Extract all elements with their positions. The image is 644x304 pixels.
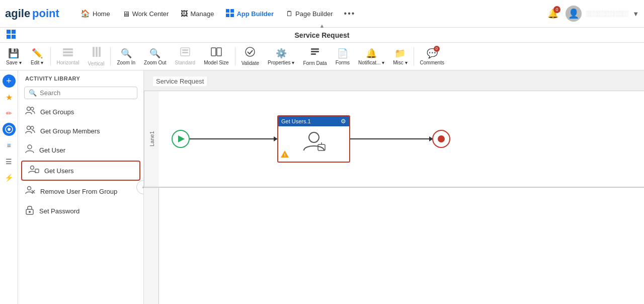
toolbar-sep-4 — [414, 47, 414, 65]
save-label: Save ▾ — [6, 60, 22, 65]
sidebar-item-remove-user[interactable]: Remove User From Group — [18, 182, 143, 201]
user-dropdown-arrow[interactable]: ▼ — [632, 10, 639, 18]
svg-rect-9 — [12, 35, 16, 39]
validate-button[interactable]: Validate — [237, 45, 263, 68]
pagebuilder-icon: 🗒 — [286, 10, 293, 18]
activity-node-get-users[interactable]: Get Users.1 ⚙ — [277, 115, 350, 163]
remove-user-label: Remove User From Group — [40, 188, 117, 195]
horizontal-icon — [62, 47, 73, 59]
sidebar-item-get-user[interactable]: Get User — [18, 140, 143, 160]
start-node[interactable] — [172, 130, 190, 148]
zoomin-icon: 🔍 — [121, 48, 132, 59]
svg-point-37 — [309, 132, 319, 142]
standard-button[interactable]: Standard — [171, 45, 200, 67]
nav-manage[interactable]: 🖼 Manage — [176, 7, 219, 21]
horizontal-label: Horizontal — [57, 60, 79, 65]
properties-button[interactable]: ⚙️ Properties ▾ — [264, 46, 298, 67]
remove-user-icon — [25, 186, 35, 197]
svg-point-32 — [31, 166, 34, 170]
horizontal-button[interactable]: Horizontal — [53, 45, 84, 67]
connector-2 — [350, 138, 431, 139]
formdata-label: Form Data — [303, 60, 327, 66]
forms-label: Forms — [336, 60, 350, 65]
modelsize-label: Model Size — [204, 60, 228, 65]
get-user-label: Get User — [39, 146, 65, 154]
svg-rect-3 — [230, 9, 234, 13]
formdata-icon — [310, 47, 320, 59]
toolbar-sep-3 — [235, 47, 235, 65]
user-name: ░░░░░░░░░░ — [586, 10, 628, 17]
sidebar-item-set-password[interactable]: Set Password — [18, 201, 143, 221]
forms-button[interactable]: 📄 Forms — [332, 46, 354, 67]
get-users-label: Get Users — [44, 167, 74, 175]
star-icon[interactable]: ★ — [3, 91, 16, 104]
standard-icon — [180, 47, 190, 59]
activity-node-gear[interactable]: ⚙ — [341, 118, 346, 125]
svg-rect-19 — [211, 48, 216, 56]
home-icon: 🏠 — [80, 9, 90, 18]
bell-button[interactable]: 🔔 0 — [544, 5, 561, 22]
sidebar-item-get-users[interactable]: Get Users — [21, 161, 140, 181]
add-icon[interactable]: + — [3, 74, 16, 88]
svg-text:point: point — [32, 7, 59, 20]
save-button[interactable]: 💾 Save ▾ — [2, 46, 26, 67]
svg-rect-10 — [63, 48, 73, 50]
comments-button[interactable]: 💬 0 Comments — [416, 46, 448, 67]
sidebar-title: Activity Library — [25, 75, 80, 82]
brush-icon[interactable]: ✏ — [3, 107, 16, 120]
end-node[interactable] — [432, 130, 450, 148]
activity-node-title: Get Users.1 — [281, 118, 311, 124]
svg-rect-12 — [63, 54, 73, 56]
zoomin-button[interactable]: 🔍 Zoom In — [113, 46, 139, 67]
workcenter-icon: 🖥 — [122, 10, 130, 18]
hubspot-icon[interactable]: ⚡ — [3, 171, 16, 184]
svg-rect-23 — [311, 51, 319, 52]
start-play-icon — [178, 135, 185, 142]
modelsize-button[interactable]: Model Size — [200, 45, 232, 67]
nav-workcenter[interactable]: 🖥 Work Center — [117, 7, 174, 21]
svg-text:agile: agile — [5, 7, 30, 20]
logo[interactable]: agile point — [5, 5, 65, 23]
edit-icon: ✏️ — [32, 48, 43, 59]
svg-point-36 — [29, 211, 31, 213]
manage-icon: 🖼 — [181, 10, 188, 18]
save-icon: 💾 — [8, 48, 19, 59]
notifications-icon: 🔔 — [366, 48, 377, 59]
nav-more[interactable]: ••• — [340, 6, 360, 21]
avatar-icon: 👤 — [568, 8, 579, 19]
target-icon[interactable] — [3, 123, 16, 136]
nav-appbuilder[interactable]: App Builder — [221, 6, 279, 22]
edit-button[interactable]: ✏️ Edit ▾ — [26, 46, 48, 67]
svg-rect-13 — [93, 47, 95, 57]
activity-node-body: ! — [278, 126, 349, 162]
zoomout-button[interactable]: 🔍 Zoom Out — [140, 46, 170, 67]
subtitle-title: Service Request — [295, 31, 350, 39]
more-icon: ••• — [344, 9, 356, 18]
subtitle-chevron[interactable]: ▲ — [319, 23, 325, 29]
search-input[interactable] — [40, 89, 133, 97]
misc-button[interactable]: 📁 Misc ▾ — [389, 46, 411, 67]
nav-pagebuilder[interactable]: 🗒 Page Builder — [281, 7, 338, 21]
validate-label: Validate — [242, 60, 259, 66]
comments-icon: 💬 0 — [427, 48, 438, 59]
appbuilder-label: App Builder — [236, 10, 274, 18]
nav-home[interactable]: 🏠 Home — [75, 6, 115, 21]
svg-point-28 — [31, 107, 34, 110]
sidebar-item-get-group-members[interactable]: Get Group Members — [18, 121, 143, 140]
menu-icon[interactable]: ☰ — [3, 155, 16, 168]
lines-icon[interactable]: ≡ — [3, 139, 16, 152]
pagebuilder-label: Page Builder — [295, 10, 333, 18]
validate-icon — [245, 47, 255, 59]
vertical-button[interactable]: Vertical — [84, 44, 109, 68]
notifications-button[interactable]: 🔔 Notificat... ▾ — [354, 46, 388, 67]
svg-point-30 — [31, 126, 34, 129]
connector-1 — [190, 138, 275, 139]
formdata-button[interactable]: Form Data — [299, 45, 331, 68]
grid-apps-icon[interactable] — [6, 29, 16, 41]
search-icon: 🔍 — [29, 89, 37, 97]
sidebar-item-get-groups[interactable]: Get Groups — [18, 102, 143, 121]
vertical-label: Vertical — [88, 61, 105, 66]
svg-rect-2 — [226, 9, 229, 13]
avatar[interactable]: 👤 — [566, 6, 582, 22]
home-label: Home — [93, 10, 110, 18]
